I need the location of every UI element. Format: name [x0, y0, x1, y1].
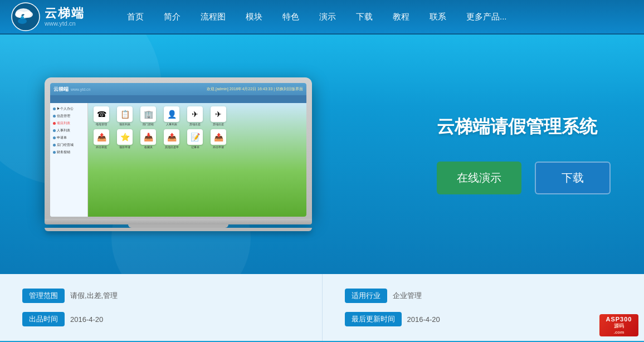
screen-url: www.ytd.cn [71, 87, 204, 91]
manage-label: 管理范围 [22, 289, 65, 303]
logo-title: 云梯端 [45, 7, 85, 20]
nav-item-7[interactable]: 教程 [383, 0, 419, 34]
logo-area: 云梯端 www.ytd.cn [11, 2, 100, 31]
screen-icon-box: 📝 [187, 129, 203, 145]
sidebar-item-info: 信息管理 [52, 113, 86, 120]
screen-icon-project: 📋 项目列表 [115, 106, 135, 126]
nav-item-0[interactable]: 首页 [117, 0, 154, 34]
footer-row-industry: 适用行业 企业管理 [345, 289, 622, 303]
buttons-row: 在线演示 下载 [437, 162, 611, 194]
screen-icon-box: 📤 [94, 129, 109, 145]
demo-button[interactable]: 在线演示 [437, 162, 521, 194]
screen-icon-hr: 👤 人事列表 [162, 106, 182, 126]
asp-badge-top: ASP300 [606, 316, 632, 323]
main-content: 云梯端 www.ytd.cn 欢迎,[admin] 2016年4月22日 16:… [0, 35, 644, 274]
screen-icon-box: ☎ [94, 106, 109, 122]
screen-icon-proj-apply: ⭐ 项目申请 [115, 129, 135, 149]
sidebar-dot [53, 122, 56, 125]
nav-item-3[interactable]: 模块 [236, 0, 272, 34]
nav-item-5[interactable]: 演示 [309, 0, 346, 34]
screen-icon-other-trip: 📤 其他出差申 [162, 129, 182, 149]
laptop-base [45, 219, 312, 224]
nav-item-9[interactable]: 更多产品... [456, 0, 517, 34]
asp-badge: ASP300 源码 .com [599, 314, 638, 336]
screen-icon-out-apply: 📤 外出申请 [208, 129, 228, 149]
screen-user-info: 欢迎,[admin] 2016年4月22日 16:43:33 | 切换到旧版界面 [207, 86, 303, 92]
screen-icon-fav: 📥 收藏夹 [138, 129, 158, 149]
screen-icons-row-2: 📤 外出审批 ⭐ 项目申请 📥 收藏夹 [91, 129, 303, 149]
screen-icon-box: 📤 [164, 129, 179, 145]
screen-icon-note: 📝 记事本 [185, 129, 205, 149]
sidebar-dot [53, 115, 56, 118]
industry-label: 适用行业 [345, 289, 387, 303]
screen-nav-bar [50, 95, 306, 103]
manage-value: 请假,出差,管理 [70, 291, 118, 301]
screen-icon-phone: ☎ 电电管理 [91, 106, 111, 126]
sidebar-item-project: 项目列表 [52, 120, 86, 127]
laptop-bottom-bar [45, 228, 312, 231]
laptop-outer: 云梯端 www.ytd.cn 欢迎,[admin] 2016年4月22日 16:… [45, 77, 312, 219]
release-label: 出品时间 [22, 312, 65, 326]
screen-icon-biz-trip: ✈ 异地出差 [185, 106, 205, 126]
sidebar-dot [53, 136, 56, 139]
screen-icon-box: ✈ [187, 106, 203, 122]
release-value: 2016-4-20 [70, 315, 103, 324]
logo-text-block: 云梯端 www.ytd.cn [45, 7, 85, 27]
sidebar-item-finance: 财务报销 [52, 149, 86, 156]
logo-icon [11, 2, 40, 31]
main-nav: 首页简介流程图模块特色演示下载教程联系更多产品... [117, 0, 517, 34]
screen-icon-box: ⭐ [117, 129, 133, 145]
laptop-screen: 云梯端 www.ytd.cn 欢迎,[admin] 2016年4月22日 16:… [50, 83, 306, 217]
sidebar-dot [53, 129, 56, 132]
screen-icon-outapprove: 📤 外出审批 [91, 129, 111, 149]
screen-icon-box: 📤 [211, 129, 226, 145]
sidebar-item-apply: 申请单 [52, 134, 86, 141]
screen-body: ▶个人办公 信息管理 项目列表 人事列表 [50, 103, 306, 217]
nav-item-4[interactable]: 特色 [272, 0, 309, 34]
update-label: 最后更新时间 [345, 312, 402, 326]
sidebar-dot [53, 108, 56, 110]
industry-value: 企业管理 [393, 291, 422, 301]
screen-icons-row-1: ☎ 电电管理 📋 项目列表 🏢 部门层组 [91, 106, 303, 126]
nav-item-2[interactable]: 流程图 [191, 0, 236, 34]
asp-badge-bottom: .com [614, 330, 625, 335]
footer-row-update: 最后更新时间 2016-4-20 [345, 312, 622, 326]
screen-icon-box: 📋 [117, 106, 133, 122]
logo-url: www.ytd.cn [45, 20, 85, 27]
nav-item-8[interactable]: 联系 [419, 0, 456, 34]
screen-icon-dept: 🏢 部门层组 [138, 106, 158, 126]
svg-point-5 [18, 18, 27, 24]
screen-sidebar: ▶个人办公 信息管理 项目列表 人事列表 [50, 103, 88, 217]
screen-header: 云梯端 www.ytd.cn 欢迎,[admin] 2016年4月22日 16:… [50, 83, 306, 95]
footer-left: 管理范围 请假,出差,管理 出品时间 2016-4-20 [0, 274, 323, 341]
screen-icon-box: 🏢 [140, 106, 156, 122]
screen-icon-box: ✈ [211, 106, 226, 122]
screen-icon-biz-trip2: ✈ 异地出差 [208, 106, 228, 126]
nav-item-6[interactable]: 下载 [346, 0, 383, 34]
footer-area: 管理范围 请假,出差,管理 出品时间 2016-4-20 适用行业 企业管理 最… [0, 274, 644, 341]
screen-logo-text: 云梯端 [53, 86, 69, 93]
main-title: 云梯端请假管理系统 [437, 115, 597, 139]
sidebar-dot [53, 144, 56, 146]
screen-icon-box: 👤 [164, 106, 179, 122]
header: 云梯端 www.ytd.cn 首页简介流程图模块特色演示下载教程联系更多产品..… [0, 0, 644, 35]
footer-row-release: 出品时间 2016-4-20 [22, 312, 300, 326]
sidebar-item-hr: 人事列表 [52, 127, 86, 134]
sidebar-item-ops: 后门经营城 [52, 141, 86, 149]
download-button[interactable]: 下载 [535, 162, 611, 194]
footer-row-manage: 管理范围 请假,出差,管理 [22, 289, 300, 303]
footer-right: 适用行业 企业管理 最后更新时间 2016-4-20 ASP300 源码 .co… [323, 274, 645, 341]
laptop-mockup: 云梯端 www.ytd.cn 欢迎,[admin] 2016年4月22日 16:… [45, 77, 312, 231]
asp-badge-middle: 源码 [614, 323, 624, 330]
update-value: 2016-4-20 [407, 315, 440, 324]
nav-item-1[interactable]: 简介 [154, 0, 191, 34]
sidebar-item-personal: ▶个人办公 [52, 105, 86, 113]
sidebar-dot [53, 151, 56, 154]
right-panel: 云梯端请假管理系统 在线演示 下载 [437, 115, 611, 194]
screen-icon-box: 📥 [140, 129, 156, 145]
screen-main: ☎ 电电管理 📋 项目列表 🏢 部门层组 [88, 103, 306, 217]
